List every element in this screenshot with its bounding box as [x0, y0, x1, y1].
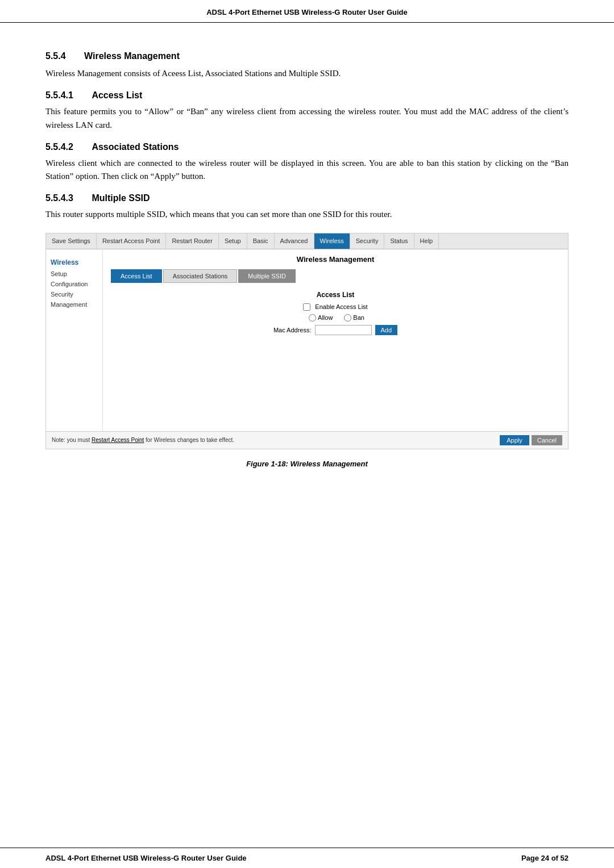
page-header: ADSL 4-Port Ethernet USB Wireless-G Rout… [0, 0, 614, 23]
section-554-intro: Wireless Management consists of Aceess L… [45, 67, 569, 80]
topbar-basic[interactable]: Basic [247, 233, 275, 249]
header-title: ADSL 4-Port Ethernet USB Wireless-G Rout… [206, 8, 408, 16]
section-5543-number: 5.5.4.3 [45, 193, 73, 203]
footer-buttons: Apply Cancel [500, 435, 562, 445]
allow-radio[interactable] [309, 314, 316, 322]
mac-address-input[interactable] [315, 325, 372, 335]
router-footer: Note: you must Restart Access Point for … [46, 431, 568, 449]
allow-label: Allow [309, 314, 333, 322]
router-sidebar: Wireless Setup Configuration Security Ma… [46, 249, 103, 431]
section-554-number: 5.5.4 [45, 51, 66, 61]
topbar-advanced[interactable]: Advanced [275, 233, 314, 249]
section-5542-body: Wireless client which are connected to t… [45, 157, 569, 183]
enable-access-list-row: Enable Access List [111, 303, 560, 311]
apply-button[interactable]: Apply [500, 435, 529, 445]
topbar-restart-ap[interactable]: Restart Access Point [97, 233, 167, 249]
section-5541-body: This feature permits you to “Allow” or “… [45, 105, 569, 132]
sidebar-item-setup[interactable]: Setup [46, 269, 102, 279]
tab-row: Access List Associated Stations Multiple… [111, 269, 560, 283]
router-main-content: Wireless Management Access List Associat… [103, 249, 568, 431]
section-5541: 5.5.4.1 Access List This feature permits… [45, 90, 569, 132]
topbar-restart-router[interactable]: Restart Router [166, 233, 219, 249]
page-footer: ADSL 4-Port Ethernet USB Wireless-G Rout… [0, 848, 614, 868]
router-body: Wireless Setup Configuration Security Ma… [46, 249, 568, 431]
sidebar-item-configuration[interactable]: Configuration [46, 279, 102, 289]
access-list-section: Access List Enable Access List Allow [111, 287, 560, 339]
section-5542-title: Associated Stations [92, 142, 179, 152]
ban-radio[interactable] [344, 314, 351, 322]
topbar-save-settings[interactable]: Save Settings [46, 233, 97, 249]
restart-ap-link[interactable]: Restart Access Point [92, 437, 144, 443]
tab-associated-stations[interactable]: Associated Stations [163, 269, 238, 283]
topbar-setup[interactable]: Setup [219, 233, 247, 249]
section-554-title: Wireless Management [84, 51, 180, 61]
section-5543-body: This router supports multiple SSID, whic… [45, 208, 569, 221]
section-5543-title: Multiple SSID [92, 193, 150, 203]
section-5542: 5.5.4.2 Associated Stations Wireless cli… [45, 142, 569, 183]
mac-label: Mac Address: [273, 327, 312, 333]
topbar-security[interactable]: Security [350, 233, 385, 249]
allow-ban-row: Allow Ban [111, 314, 560, 322]
router-main-title: Wireless Management [111, 255, 560, 264]
topbar-wireless[interactable]: Wireless [314, 233, 350, 249]
enable-access-list-label: Enable Access List [315, 303, 367, 310]
tab-multiple-ssid[interactable]: Multiple SSID [238, 269, 296, 283]
topbar-status[interactable]: Status [384, 233, 414, 249]
cancel-button[interactable]: Cancel [532, 435, 562, 445]
router-topbar: Save Settings Restart Access Point Resta… [46, 233, 568, 249]
section-5541-title: Access List [92, 90, 142, 101]
add-button[interactable]: Add [375, 325, 398, 335]
allow-ban-radio-group: Allow Ban [306, 314, 364, 322]
section-554: 5.5.4 Wireless Management Wireless Manag… [45, 51, 569, 80]
topbar-help[interactable]: Help [414, 233, 439, 249]
sidebar-item-security[interactable]: Security [46, 289, 102, 299]
footer-right: Page 24 of 52 [521, 854, 569, 862]
router-ui-screenshot: Save Settings Restart Access Point Resta… [45, 233, 569, 449]
mac-address-row: Mac Address: Add [111, 325, 560, 335]
sidebar-title: Wireless [46, 255, 102, 269]
section-5542-number: 5.5.4.2 [45, 142, 73, 152]
footer-note: Note: you must Restart Access Point for … [52, 437, 234, 443]
footer-left: ADSL 4-Port Ethernet USB Wireless-G Rout… [45, 854, 247, 862]
tab-access-list[interactable]: Access List [111, 269, 162, 283]
enable-access-list-checkbox[interactable] [303, 303, 310, 311]
figure-caption: Figure 1-18: Wireless Management [45, 460, 569, 468]
access-list-section-title: Access List [111, 291, 560, 299]
section-5541-number: 5.5.4.1 [45, 90, 73, 101]
sidebar-item-management[interactable]: Management [46, 299, 102, 310]
ban-label: Ban [344, 314, 364, 322]
section-5543: 5.5.4.3 Multiple SSID This router suppor… [45, 193, 569, 221]
